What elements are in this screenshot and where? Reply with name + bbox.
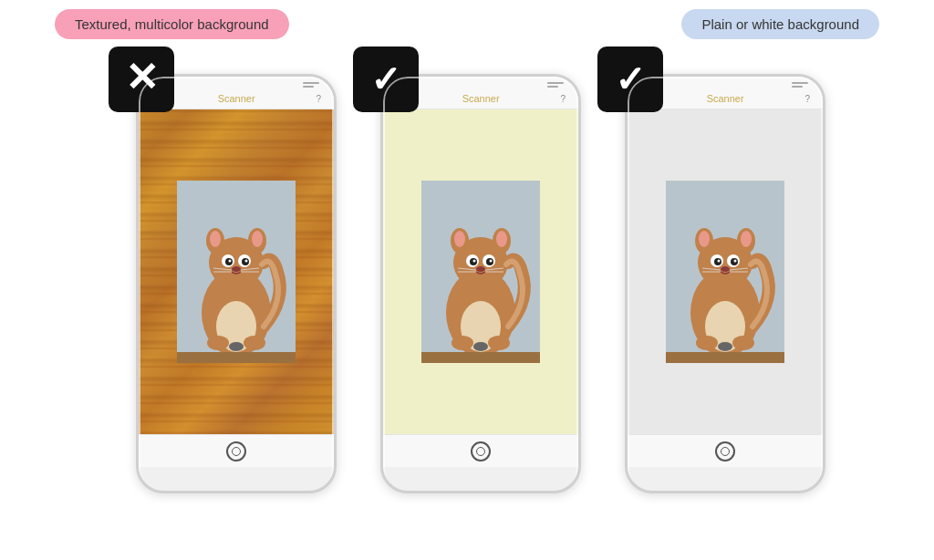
svg-point-19: [207, 336, 229, 350]
svg-rect-22: [177, 352, 296, 363]
svg-point-65: [696, 336, 718, 350]
svg-point-67: [718, 342, 732, 351]
status-lines-3: [792, 82, 808, 88]
phone-bad-screen: [139, 109, 334, 434]
good1-badge-icon: ✓: [353, 47, 419, 112]
svg-point-52: [699, 231, 710, 247]
squirrel-card-good2: [666, 181, 784, 363]
svg-point-53: [741, 231, 752, 247]
svg-rect-45: [421, 352, 540, 363]
status-line-4: [547, 86, 558, 88]
good-label: Plain or white background: [681, 9, 879, 39]
squirrel-svg-good2: [666, 181, 784, 363]
phone-bad-frame: ≡ Scanner ?: [136, 74, 337, 493]
status-line-3: [547, 82, 564, 84]
phone-bad-bottom: [139, 434, 334, 467]
phone-good1-frame: ≡ Scanner ?: [380, 74, 581, 493]
svg-point-21: [229, 342, 244, 351]
status-lines-2: [547, 82, 564, 88]
nav-title-good1: Scanner: [462, 93, 500, 104]
camera-icon-bad: [226, 441, 246, 461]
status-line-6: [792, 86, 803, 88]
phone-good2-bottom: [628, 434, 823, 467]
squirrel-svg-good1: [421, 181, 540, 363]
question-icon: ?: [316, 94, 321, 104]
plain-background: [628, 109, 823, 434]
svg-point-6: [210, 231, 221, 247]
svg-point-59: [734, 260, 737, 263]
svg-point-13: [245, 260, 248, 263]
camera-icon-good1: [471, 441, 491, 461]
bad-label: Textured, multicolor background: [55, 9, 289, 39]
check-mark-icon-1: ✓: [370, 61, 401, 98]
svg-point-37: [476, 266, 485, 272]
svg-point-36: [490, 260, 493, 263]
phone-good2-wrapper: ✓ ≡ Scanner ?: [597, 47, 825, 493]
squirrel-svg-bad: [177, 181, 296, 363]
bad-badge-icon: ✕: [109, 47, 174, 112]
phone-bad-wrapper: ✕ ≡ Scanner ?: [109, 47, 337, 493]
svg-point-60: [721, 266, 730, 272]
phone-good2-screen: [628, 109, 823, 434]
svg-point-66: [732, 336, 754, 350]
nav-title-good2: Scanner: [707, 93, 744, 104]
status-line-5: [792, 82, 808, 84]
camera-icon-good2: [715, 441, 735, 461]
phone-good1-bottom: [383, 434, 578, 467]
squirrel-card-bad: [177, 181, 296, 363]
check-mark-icon-2: ✓: [615, 61, 646, 98]
nav-title-bad: Scanner: [218, 93, 255, 104]
question-icon-3: ?: [804, 94, 810, 104]
status-lines: [303, 82, 319, 88]
camera-inner-bad: [232, 447, 241, 456]
phones-container: ✕ ≡ Scanner ?: [0, 47, 934, 493]
svg-point-14: [232, 266, 241, 272]
svg-rect-68: [666, 352, 784, 363]
svg-point-44: [473, 342, 488, 351]
squirrel-card-good1: [421, 181, 540, 363]
x-mark-icon: ✕: [125, 57, 159, 98]
phone-good1-wrapper: ✓ ≡ Scanner ?: [353, 47, 581, 493]
svg-point-20: [244, 336, 265, 350]
svg-point-29: [454, 231, 465, 247]
phone-good2-frame: ≡ Scanner ?: [625, 74, 825, 493]
camera-inner-good1: [476, 447, 485, 456]
svg-point-58: [718, 260, 721, 263]
status-line-2: [303, 86, 314, 88]
wood-background: [139, 109, 334, 434]
svg-point-35: [473, 260, 476, 263]
camera-inner-good2: [721, 447, 730, 456]
svg-point-43: [488, 336, 510, 350]
svg-point-42: [451, 336, 473, 350]
question-icon-2: ?: [560, 94, 566, 104]
header-labels: Textured, multicolor background Plain or…: [0, 0, 934, 39]
status-line-1: [303, 82, 319, 84]
svg-point-7: [252, 231, 263, 247]
good2-badge-icon: ✓: [597, 47, 663, 112]
svg-point-12: [229, 260, 232, 263]
phone-good1-screen: [383, 109, 578, 434]
svg-point-30: [496, 231, 507, 247]
yellow-background: [383, 109, 578, 434]
